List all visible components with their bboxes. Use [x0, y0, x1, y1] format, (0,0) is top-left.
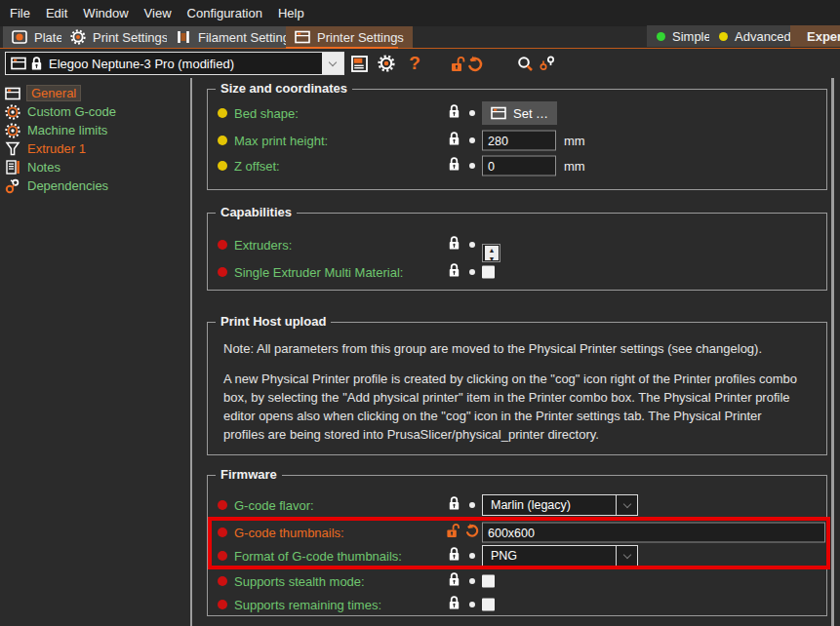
lock-icon[interactable]	[448, 571, 460, 591]
system-value-dot	[469, 502, 475, 508]
simple-mode-dot-icon	[657, 32, 665, 41]
row-format-of-gcode-thumbnails: Format of G-code thumbnails: PNG	[208, 544, 826, 567]
physical-printer-cog-button[interactable]	[376, 53, 397, 74]
group-title: Capabilities	[216, 205, 297, 219]
chevron-down-icon[interactable]	[616, 495, 637, 515]
single-extruder-multi-material-checkbox[interactable]	[482, 266, 495, 279]
system-value-dot	[469, 553, 475, 559]
bed-shape-set-button[interactable]: Set …	[482, 101, 557, 125]
mode-expert-button[interactable]: Expert	[790, 25, 840, 47]
menu-configuration[interactable]: Configuration	[180, 0, 270, 26]
menu-window[interactable]: Window	[75, 0, 136, 26]
revert-icon[interactable]	[464, 524, 479, 542]
setting-label-modified: G-code thumbnails:	[234, 526, 344, 540]
lock-icon[interactable]	[448, 235, 460, 254]
sidebar-item-notes[interactable]: Notes	[0, 158, 190, 176]
lock-icon[interactable]	[448, 546, 460, 566]
stepper-buttons[interactable]: ▲ ▼	[485, 246, 499, 260]
lock-icon[interactable]	[448, 103, 460, 123]
compare-presets-button[interactable]	[537, 53, 558, 74]
gear-icon	[5, 123, 20, 138]
sidebar-item-custom-gcode[interactable]: Custom G-code	[0, 102, 190, 121]
sidebar-item-label: Dependencies	[27, 178, 108, 193]
lock-icon	[30, 56, 43, 71]
menu-bar: File Edit Window View Configuration Help	[0, 0, 840, 26]
printer-icon	[11, 57, 26, 70]
max-print-height-input[interactable]	[482, 131, 556, 151]
printer-profile-combobox[interactable]: Elegoo Neptune-3 Pro (modified)	[5, 52, 344, 75]
group-title: Print Host upload	[216, 314, 331, 329]
search-button[interactable]	[514, 53, 536, 74]
vertical-scrollbar[interactable]	[831, 78, 834, 626]
gcode-flavor-value: Marlin (legacy)	[483, 498, 616, 512]
search-icon	[517, 56, 534, 72]
save-preset-button[interactable]	[348, 53, 370, 74]
tab-label: Printer Settings	[317, 30, 404, 45]
sidebar-item-label: General	[27, 86, 80, 100]
sidebar-item-label: Extruder 1	[27, 141, 86, 156]
lock-icon[interactable]	[448, 262, 460, 282]
gcode-flavor-select[interactable]: Marlin (legacy)	[482, 494, 638, 516]
supports-remaining-times-checkbox[interactable]	[482, 599, 495, 611]
tab-label: Print Settings	[93, 30, 168, 45]
lock-icon[interactable]	[448, 131, 460, 150]
sidebar-item-label: Machine limits	[27, 123, 107, 137]
menu-view[interactable]: View	[137, 0, 180, 26]
preset-toolbar: Elegoo Neptune-3 Pro (modified) ?	[0, 49, 840, 78]
row-single-extruder-multi-material: Single Extruder Multi Material:	[208, 260, 826, 284]
system-value-bullet	[218, 551, 227, 561]
print-settings-gear-icon	[70, 29, 86, 45]
setting-label: Max print height:	[234, 134, 328, 148]
row-z-offset: Z offset: mm	[208, 154, 826, 177]
unit-label: mm	[564, 159, 585, 174]
system-value-bullet	[218, 500, 227, 510]
print-host-note: Note: All parameters from this group are…	[223, 339, 804, 358]
menu-help[interactable]: Help	[270, 0, 312, 26]
sidebar-divider	[190, 78, 192, 626]
tab-print-settings[interactable]: Print Settings	[61, 26, 177, 48]
menu-file[interactable]: File	[2, 0, 38, 26]
setting-label: Format of G-code thumbnails:	[234, 549, 402, 564]
lock-icon[interactable]	[448, 495, 460, 515]
dependencies-icon	[5, 178, 20, 194]
lock-icon[interactable]	[448, 156, 460, 176]
revert-all-button[interactable]	[463, 53, 485, 74]
stepper-up-icon[interactable]: ▲	[485, 246, 499, 254]
printer-icon	[5, 87, 20, 100]
row-supports-stealth-mode: Supports stealth mode:	[208, 569, 826, 593]
system-value-bullet	[218, 136, 227, 145]
group-firmware: Firmware G-code flavor: Marlin (legacy) …	[207, 475, 827, 616]
system-value-dot	[469, 163, 475, 169]
sidebar-item-extruder-1[interactable]: Extruder 1	[0, 139, 190, 158]
group-size-and-coordinates: Size and coordinates Bed shape: Set … Ma…	[207, 89, 827, 190]
group-title: Size and coordinates	[216, 81, 352, 96]
tab-label: Filament Settings	[198, 30, 296, 45]
question-mark-icon: ?	[409, 53, 420, 74]
chevron-down-icon[interactable]	[616, 546, 637, 566]
filament-icon	[176, 30, 191, 44]
system-value-dot	[469, 269, 475, 275]
group-capabilities: Capabilities Extruders: 1 ▲ ▼ Single Ext…	[207, 213, 827, 291]
unlock-icon[interactable]	[446, 523, 460, 542]
sidebar-item-general[interactable]: General	[0, 84, 190, 102]
sidebar-item-dependencies[interactable]: Dependencies	[0, 176, 190, 195]
gcode-thumbnails-input[interactable]	[482, 523, 825, 543]
tab-printer-settings[interactable]: Printer Settings	[286, 26, 413, 48]
menu-edit[interactable]: Edit	[38, 0, 75, 26]
sidebar-item-machine-limits[interactable]: Machine limits	[0, 121, 190, 139]
printer-settings-window: File Edit Window View Configuration Help…	[0, 0, 840, 626]
mode-advanced-button[interactable]: Advanced	[709, 25, 801, 47]
chevron-down-icon[interactable]	[322, 53, 343, 74]
help-button[interactable]: ?	[404, 53, 425, 74]
tab-filament-settings[interactable]: Filament Settings	[167, 26, 304, 48]
z-offset-input[interactable]	[482, 156, 556, 176]
group-print-host-upload: Print Host upload Note: All parameters f…	[207, 322, 827, 455]
supports-stealth-mode-checkbox[interactable]	[482, 575, 495, 588]
thumbnail-format-select[interactable]: PNG	[482, 545, 638, 567]
lock-icon[interactable]	[448, 595, 460, 614]
thumbnail-format-value: PNG	[483, 549, 616, 563]
system-value-bullet	[218, 600, 227, 609]
sidebar-item-label: Notes	[27, 160, 60, 175]
funnel-icon	[5, 141, 20, 156]
row-gcode-flavor: G-code flavor: Marlin (legacy)	[208, 493, 826, 517]
